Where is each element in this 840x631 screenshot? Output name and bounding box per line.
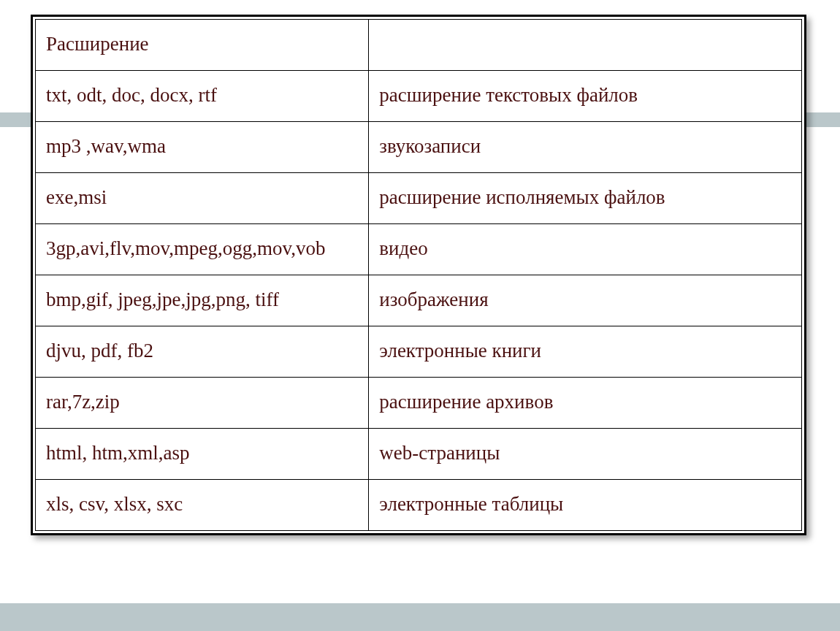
cell-description: web-страницы bbox=[369, 429, 802, 480]
extensions-table: Расширение txt, odt, doc, docx, rtf расш… bbox=[35, 19, 802, 531]
cell-extensions: exe,msi bbox=[36, 173, 369, 224]
cell-description: изображения bbox=[369, 275, 802, 326]
table-row: html, htm,xml,asp web-страницы bbox=[36, 429, 802, 480]
header-cell-empty bbox=[369, 20, 802, 71]
cell-extensions: xls, csv, xlsx, sxc bbox=[36, 480, 369, 531]
cell-description: расширение исполняемых файлов bbox=[369, 173, 802, 224]
table-row: bmp,gif, jpeg,jpe,jpg,png, tiff изображе… bbox=[36, 275, 802, 326]
cell-description: расширение текстовых файлов bbox=[369, 71, 802, 122]
table-header-row: Расширение bbox=[36, 20, 802, 71]
table-row: exe,msi расширение исполняемых файлов bbox=[36, 173, 802, 224]
header-cell-extension: Расширение bbox=[36, 20, 369, 71]
background-stripe-bottom bbox=[0, 603, 840, 631]
cell-extensions: rar,7z,zip bbox=[36, 378, 369, 429]
table-row: mp3 ,wav,wma звукозаписи bbox=[36, 122, 802, 173]
cell-description: звукозаписи bbox=[369, 122, 802, 173]
cell-extensions: mp3 ,wav,wma bbox=[36, 122, 369, 173]
cell-description: электронные таблицы bbox=[369, 480, 802, 531]
cell-extensions: html, htm,xml,asp bbox=[36, 429, 369, 480]
cell-extensions: 3gp,avi,flv,mov,mpeg,ogg,mov,vob bbox=[36, 224, 369, 275]
cell-description: видео bbox=[369, 224, 802, 275]
table-row: txt, odt, doc, docx, rtf расширение текс… bbox=[36, 71, 802, 122]
cell-extensions: bmp,gif, jpeg,jpe,jpg,png, tiff bbox=[36, 275, 369, 326]
table-row: xls, csv, xlsx, sxc электронные таблицы bbox=[36, 480, 802, 531]
cell-description: электронные книги bbox=[369, 326, 802, 378]
cell-extensions: djvu, pdf, fb2 bbox=[36, 326, 369, 378]
cell-description: расширение архивов bbox=[369, 378, 802, 429]
table-row: djvu, pdf, fb2 электронные книги bbox=[36, 326, 802, 378]
table-row: rar,7z,zip расширение архивов bbox=[36, 378, 802, 429]
table-card: Расширение txt, odt, doc, docx, rtf расш… bbox=[31, 15, 806, 535]
cell-extensions: txt, odt, doc, docx, rtf bbox=[36, 71, 369, 122]
table-row: 3gp,avi,flv,mov,mpeg,ogg,mov,vob видео bbox=[36, 224, 802, 275]
